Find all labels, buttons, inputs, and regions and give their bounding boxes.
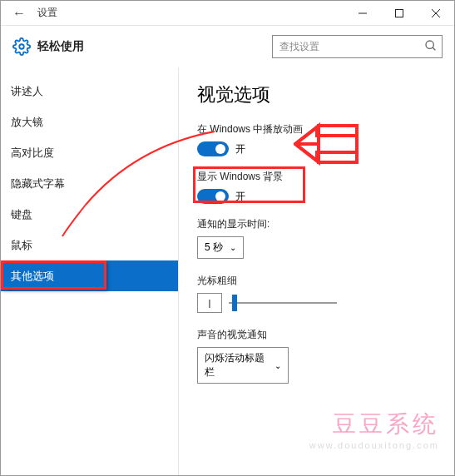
cursor-slider-row: | (197, 293, 436, 313)
maximize-button[interactable] (381, 1, 418, 26)
svg-point-4 (19, 44, 24, 49)
search-input[interactable] (272, 35, 443, 58)
titlebar: ← 设置 (1, 1, 454, 26)
audio-value: 闪烁活动标题栏 (205, 351, 268, 379)
anim-toggle-row: 开 (197, 141, 436, 156)
anim-label: 在 Windows 中播放动画 (197, 122, 436, 136)
bg-label: 显示 Windows 背景 (197, 170, 436, 184)
svg-point-5 (426, 41, 433, 48)
page-title: 轻松使用 (37, 39, 84, 54)
sidebar-item-keyboard[interactable]: 键盘 (1, 199, 178, 230)
window-controls (344, 1, 454, 26)
page-header: 轻松使用 (1, 26, 454, 67)
gear-icon (12, 37, 31, 56)
bg-toggle[interactable] (197, 189, 229, 204)
bg-toggle-label: 开 (235, 190, 245, 204)
minimize-button[interactable] (344, 1, 381, 26)
slider-thumb[interactable] (232, 295, 237, 311)
bg-toggle-row: 开 (197, 189, 436, 204)
toggle-knob (215, 144, 225, 154)
svg-rect-1 (396, 9, 403, 17)
back-button[interactable]: ← (7, 6, 31, 21)
settings-window: ← 设置 轻松使用 讲述人 放大镜 高对比度 隐藏式字幕 键盘 鼠标 其他选项 (0, 0, 455, 476)
search-icon (424, 39, 438, 52)
sidebar-item-magnifier[interactable]: 放大镜 (1, 107, 178, 137)
notify-select[interactable]: 5 秒 ⌄ (197, 236, 244, 259)
chevron-down-icon: ⌄ (230, 243, 236, 252)
anim-toggle-label: 开 (235, 142, 245, 156)
body: 讲述人 放大镜 高对比度 隐藏式字幕 键盘 鼠标 其他选项 视觉选项 在 Win… (1, 67, 454, 475)
audio-label: 声音的视觉通知 (197, 328, 436, 342)
search-wrap (272, 35, 443, 58)
cursor-slider[interactable] (229, 302, 337, 304)
notify-value: 5 秒 (205, 240, 223, 255)
sidebar-item-highcontrast[interactable]: 高对比度 (1, 137, 178, 168)
chevron-down-icon: ⌄ (274, 361, 281, 370)
notify-label: 通知的显示时间: (197, 217, 436, 231)
sidebar-item-mouse[interactable]: 鼠标 (1, 230, 178, 260)
window-title: 设置 (37, 6, 57, 20)
section-heading: 视觉选项 (197, 82, 436, 107)
content-pane: 视觉选项 在 Windows 中播放动画 开 显示 Windows 背景 开 通… (179, 67, 454, 475)
sidebar-item-other[interactable]: 其他选项 (1, 260, 178, 291)
sidebar: 讲述人 放大镜 高对比度 隐藏式字幕 键盘 鼠标 其他选项 (1, 67, 179, 475)
anim-toggle[interactable] (197, 141, 229, 156)
close-button[interactable] (418, 1, 454, 26)
cursor-label: 光标粗细 (197, 274, 436, 288)
sidebar-item-captions[interactable]: 隐藏式字幕 (1, 168, 178, 199)
cursor-value: | (197, 293, 222, 313)
sidebar-item-narrator[interactable]: 讲述人 (1, 76, 178, 107)
audio-select[interactable]: 闪烁活动标题栏 ⌄ (197, 347, 289, 384)
toggle-knob (215, 191, 225, 201)
svg-line-6 (433, 47, 435, 50)
